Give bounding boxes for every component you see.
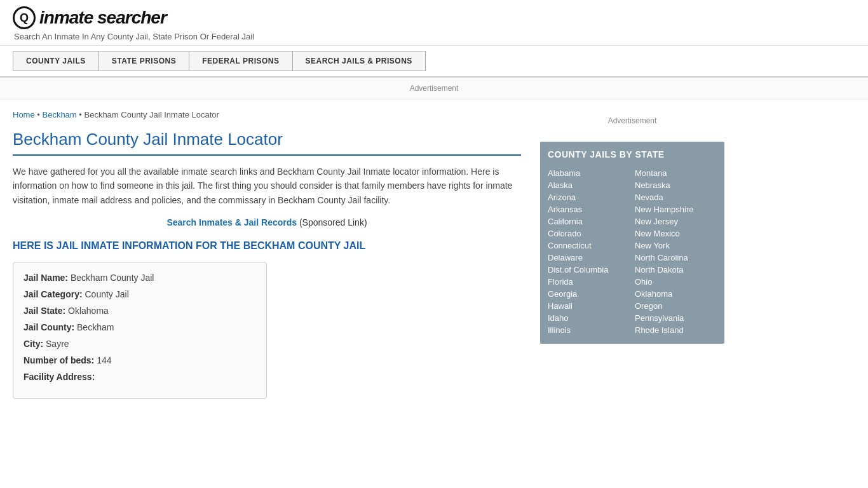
nav-buttons: COUNTY JAILS STATE PRISONS FEDERAL PRISO… <box>13 51 855 71</box>
main-layout: Home • Beckham • Beckham County Jail Inm… <box>0 100 763 409</box>
state-link[interactable]: New Hampshire <box>635 203 717 215</box>
state-link[interactable]: Oregon <box>635 300 717 312</box>
sidebar-ad: Advertisement <box>540 110 724 132</box>
tagline: Search An Inmate In Any County Jail, Sta… <box>14 32 855 41</box>
beds-row: Number of beds: 144 <box>24 355 256 365</box>
breadcrumb-home-link[interactable]: Home <box>13 110 35 119</box>
logo-text: inmate searcher <box>39 8 166 28</box>
state-box: COUNTY JAILS BY STATE AlabamaAlaskaArizo… <box>540 142 724 344</box>
sponsored: Search Inmates & Jail Records (Sponsored… <box>13 217 521 227</box>
state-link[interactable]: Colorado <box>548 227 630 240</box>
state-link[interactable]: Montana <box>635 167 717 179</box>
state-link[interactable]: Nevada <box>635 191 717 203</box>
jail-category-label: Jail Category: <box>24 289 83 299</box>
header: Q inmate searcher Search An Inmate In An… <box>0 0 868 46</box>
nav: COUNTY JAILS STATE PRISONS FEDERAL PRISO… <box>0 46 868 78</box>
state-link[interactable]: Illinois <box>548 324 630 336</box>
state-link[interactable]: Pennsylvania <box>635 312 717 324</box>
state-link[interactable]: Georgia <box>548 288 630 300</box>
states-right-col: MontanaNebraskaNevadaNew HampshireNew Je… <box>635 167 717 336</box>
state-link[interactable]: New Jersey <box>635 215 717 227</box>
jail-name-row: Jail Name: Beckham County Jail <box>24 273 256 283</box>
city-label: City: <box>24 339 43 349</box>
city-row: City: Sayre <box>24 339 256 349</box>
sponsored-link[interactable]: Search Inmates & Jail Records <box>166 217 297 227</box>
county-jails-button[interactable]: COUNTY JAILS <box>13 51 98 71</box>
address-label: Facility Address: <box>24 372 95 382</box>
state-link[interactable]: Hawaii <box>548 300 630 312</box>
city-val: Sayre <box>46 339 69 349</box>
state-link[interactable]: Arkansas <box>548 203 630 215</box>
state-link[interactable]: Rhode Island <box>635 324 717 336</box>
info-box: Jail Name: Beckham County Jail Jail Cate… <box>13 262 267 399</box>
state-link[interactable]: Connecticut <box>548 240 630 252</box>
beds-val: 144 <box>97 355 111 365</box>
state-link[interactable]: Alaska <box>548 179 630 191</box>
state-link[interactable]: New Mexico <box>635 227 717 240</box>
sidebar: Advertisement COUNTY JAILS BY STATE Alab… <box>540 100 724 409</box>
info-heading: HERE IS JAIL INMATE INFORMATION FOR THE … <box>13 240 521 252</box>
jail-name-val: Beckham County Jail <box>71 273 154 283</box>
state-link[interactable]: Oklahoma <box>635 288 717 300</box>
breadcrumb-current: Beckham County Jail Inmate Locator <box>84 110 219 119</box>
state-link[interactable]: Nebraska <box>635 179 717 191</box>
federal-prisons-button[interactable]: FEDERAL PRISONS <box>189 51 292 71</box>
jail-county-row: Jail County: Beckham <box>24 322 256 332</box>
states-left-col: AlabamaAlaskaArizonaArkansasCaliforniaCo… <box>548 167 630 336</box>
content: Home • Beckham • Beckham County Jail Inm… <box>13 100 521 409</box>
state-link[interactable]: Alabama <box>548 167 630 179</box>
breadcrumb-parent-link[interactable]: Beckham <box>42 110 76 119</box>
state-link[interactable]: Idaho <box>548 312 630 324</box>
state-link[interactable]: Arizona <box>548 191 630 203</box>
sponsored-label-text: (Sponsored Link) <box>299 217 367 227</box>
search-jails-button[interactable]: SEARCH JAILS & PRISONS <box>292 51 426 71</box>
description: We have gathered for you all the availab… <box>13 165 521 207</box>
state-link[interactable]: California <box>548 215 630 227</box>
jail-state-label: Jail State: <box>24 306 65 316</box>
jail-county-val: Beckham <box>77 322 114 332</box>
jail-category-row: Jail Category: County Jail <box>24 289 256 299</box>
address-row: Facility Address: <box>24 372 256 382</box>
state-box-title: COUNTY JAILS BY STATE <box>548 149 717 159</box>
jail-county-label: Jail County: <box>24 322 74 332</box>
state-link[interactable]: Delaware <box>548 252 630 264</box>
logo-area: Q inmate searcher <box>13 6 855 29</box>
logo-icon: Q <box>13 6 36 29</box>
beds-label: Number of beds: <box>24 355 94 365</box>
state-link[interactable]: North Dakota <box>635 264 717 276</box>
breadcrumb: Home • Beckham • Beckham County Jail Inm… <box>13 110 521 119</box>
page-title: Beckham County Jail Inmate Locator <box>13 130 521 156</box>
state-prisons-button[interactable]: STATE PRISONS <box>98 51 189 71</box>
state-link[interactable]: New York <box>635 240 717 252</box>
state-link[interactable]: North Carolina <box>635 252 717 264</box>
state-link[interactable]: Florida <box>548 276 630 288</box>
jail-category-val: County Jail <box>85 289 128 299</box>
jail-state-row: Jail State: Oklahoma <box>24 306 256 316</box>
state-grid: AlabamaAlaskaArizonaArkansasCaliforniaCo… <box>548 167 717 336</box>
state-link[interactable]: Ohio <box>635 276 717 288</box>
state-link[interactable]: Dist.of Columbia <box>548 264 630 276</box>
ad-banner: Advertisement <box>0 78 868 100</box>
jail-name-label: Jail Name: <box>24 273 68 283</box>
jail-state-val: Oklahoma <box>68 306 109 316</box>
